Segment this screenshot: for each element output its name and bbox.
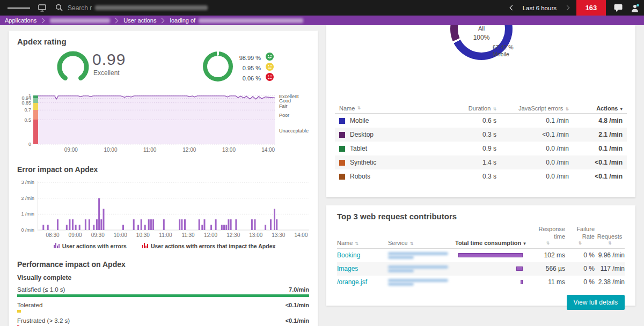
- column-header-service[interactable]: Service⇅: [388, 240, 455, 246]
- apdex-breakdown-row: 0.95 %: [235, 63, 274, 73]
- device-row-tablet[interactable]: Tablet0.9 s0.0 /min0.1 /min: [335, 142, 627, 155]
- time-range-label[interactable]: Last 6 hours: [523, 5, 557, 11]
- device-row-mobile[interactable]: Mobile0.6 s0.1 /min4.8 /min: [335, 114, 627, 128]
- column-header-actions[interactable]: Actions▾: [569, 105, 627, 112]
- x-tick-label: 13:00: [222, 147, 236, 153]
- threshold-zone-good: [33, 98, 38, 102]
- performance-rows: Satisfied (≤ 1.0 s)7.0/minTolerated<0.1/…: [17, 286, 309, 326]
- breakdown-percent: 0.95 %: [235, 65, 261, 71]
- performance-label: Frustrated (> 3.2 s): [17, 317, 70, 324]
- device-duration: 1.4 s: [437, 159, 496, 166]
- device-js-errors: 0.0 /min: [496, 159, 569, 166]
- apdex-breakdown-legend: 98.99 %0.95 %0.06 %: [235, 53, 274, 83]
- redacted-search-text: [95, 5, 208, 10]
- column-header-name[interactable]: Name⇅: [335, 105, 437, 112]
- column-header-js-errors[interactable]: JavaScript errors⇅: [496, 105, 569, 112]
- device-js-errors: <0.1 /min: [496, 131, 569, 138]
- device-row-robots[interactable]: Robots0.3 s0.0 /min<0.1 /min: [335, 169, 627, 183]
- breadcrumb-applications[interactable]: Applications: [5, 17, 36, 24]
- mobile-label: Mobile: [493, 51, 514, 58]
- x-tick-label: 12:00: [182, 147, 196, 153]
- performance-bar: [17, 310, 21, 313]
- column-header-name[interactable]: Name⇅: [337, 240, 388, 246]
- x-tick-label: 10:00: [104, 147, 117, 153]
- device-name: Robots: [350, 173, 370, 180]
- device-row-desktop[interactable]: Desktop0.3 s<0.1 /min2.1 /min: [335, 128, 627, 142]
- apdex-panel: Apdex rating 0.99 Excellent 98.99 %0.95 …: [9, 31, 318, 326]
- threshold-zone-fair: [33, 103, 38, 110]
- legend-item: User actions with errors: [51, 242, 127, 249]
- column-header-duration[interactable]: Duration⇅: [437, 105, 496, 112]
- breadcrumb: Applications User actions loading of: [0, 16, 644, 25]
- device-color-icon: [339, 118, 345, 124]
- x-tick-label: 09:00: [69, 232, 82, 238]
- error-chart-plot-area[interactable]: [38, 181, 309, 231]
- column-header-requests[interactable]: Requests⇅: [595, 233, 625, 246]
- previous-timeframe-icon[interactable]: [509, 5, 515, 11]
- chat-icon[interactable]: [613, 3, 623, 12]
- threshold-zone-unacceptable: [33, 120, 38, 144]
- apdex-score-label: Excellent: [93, 69, 126, 77]
- device-row-synthetic[interactable]: Synthetic1.4 s0.0 /min<0.1 /min: [335, 155, 627, 169]
- device-duration: 0.9 s: [437, 145, 496, 152]
- contributor-requests: 2.38 /min: [595, 278, 625, 286]
- device-split-panel: All 100% 67.42 % Mobile Name⇅ Duration⇅ …: [326, 25, 635, 197]
- apdex-timeline-chart: 10.940.850.70.50 ExcellentGoodFairPoorUn…: [17, 94, 309, 145]
- contributor-requests: 9.96 /min: [595, 251, 625, 259]
- breakdown-percent: 0.06 %: [235, 75, 261, 82]
- y-tick-label: 1 /min: [21, 211, 34, 217]
- column-header-total-time[interactable]: Total time consumption▾: [455, 240, 530, 246]
- legend-label: User actions with errors that impact the…: [151, 243, 275, 249]
- contributors-title: Top 3 web request contributors: [337, 212, 625, 221]
- column-header-response-time[interactable]: Response time⇅: [530, 225, 565, 246]
- y-tick-label: 0.85: [21, 100, 31, 106]
- next-timeframe-icon[interactable]: [565, 5, 570, 11]
- search-placeholder: Search r: [68, 4, 92, 12]
- contributor-name-link[interactable]: /orange.jsf: [337, 278, 388, 286]
- device-actions: 4.8 /min: [569, 117, 627, 124]
- menu-icon[interactable]: [8, 6, 30, 10]
- x-tick-label: 14:00: [261, 147, 275, 153]
- x-tick-label: 09:00: [64, 147, 78, 153]
- x-tick-label: 12:00: [204, 232, 217, 238]
- performance-value: <0.1/min: [286, 302, 309, 308]
- search-input[interactable]: Search r: [55, 4, 510, 12]
- device-js-errors: 0.0 /min: [496, 145, 569, 152]
- monitor-icon[interactable]: [38, 4, 47, 12]
- time-range-selector[interactable]: Last 6 hours: [510, 5, 569, 11]
- problems-count-badge[interactable]: 163: [576, 0, 606, 16]
- breadcrumb-separator-icon: [40, 18, 45, 23]
- view-full-details-button[interactable]: View full details: [567, 295, 625, 310]
- contributor-row[interactable]: /orange.jsf11 ms0 %2.38 /min: [337, 276, 625, 289]
- column-header-failure-rate[interactable]: Failure Rate⇅: [565, 225, 595, 246]
- apdex-score-value: 0.99: [92, 50, 126, 69]
- device-name: Mobile: [350, 117, 369, 124]
- device-color-icon: [339, 160, 345, 166]
- breadcrumb-app-name-redacted[interactable]: [50, 18, 110, 23]
- apdex-breakdown-donut: [203, 51, 233, 82]
- device-color-icon: [339, 132, 345, 138]
- error-chart-y-axis: 3 /min2 /min1 /min0 /min: [17, 181, 38, 231]
- happy-face-icon: [266, 53, 274, 63]
- visually-complete-subtitle: Visually complete: [17, 274, 309, 281]
- contributor-row[interactable]: Booking102 ms0 %9.96 /min: [337, 249, 625, 262]
- contributor-name-link[interactable]: Booking: [337, 251, 388, 259]
- error-impact-title: Error impact on Apdex: [17, 165, 309, 174]
- contributor-response-time: 11 ms: [530, 278, 565, 286]
- error-chart-legend: User actions with errorsUser actions wit…: [17, 242, 309, 249]
- breadcrumb-current-action[interactable]: loading of: [170, 17, 195, 24]
- x-tick-label: 13:30: [272, 232, 285, 238]
- contributor-name-link[interactable]: Images: [337, 265, 388, 272]
- user-profile-icon[interactable]: [631, 4, 640, 12]
- x-tick-label: 11:00: [159, 232, 172, 238]
- breadcrumb-user-actions[interactable]: User actions: [123, 17, 156, 24]
- x-tick-label: 10:00: [114, 232, 127, 238]
- x-tick-label: 13:00: [249, 232, 262, 238]
- threshold-zone-poor: [33, 110, 38, 120]
- performance-bar: [17, 294, 309, 297]
- timeline-plot-area[interactable]: [38, 94, 275, 145]
- device-name: Desktop: [350, 131, 374, 138]
- x-tick-label: 08:30: [46, 232, 60, 238]
- contributor-row[interactable]: Images566 µs0 %117 /min: [337, 262, 625, 276]
- mini-bars-icon: [54, 242, 60, 249]
